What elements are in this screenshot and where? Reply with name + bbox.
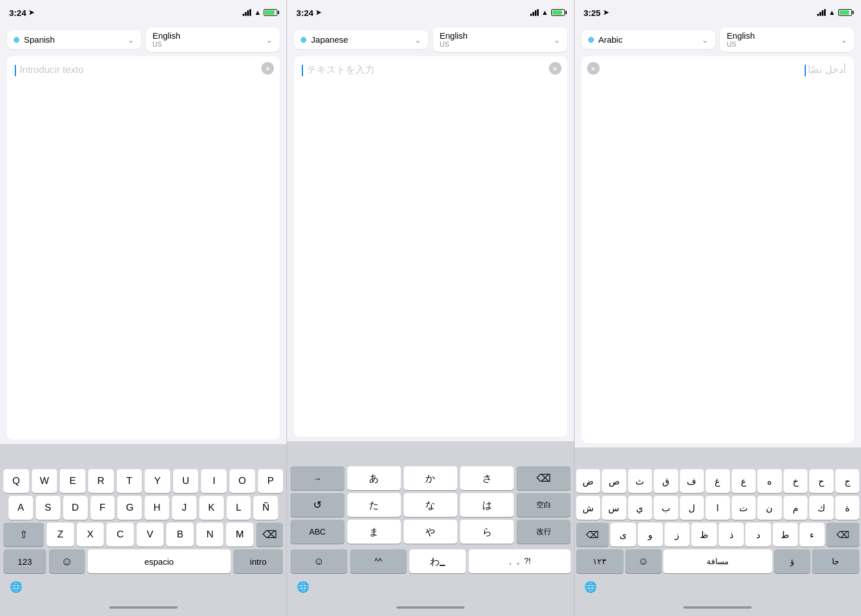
ar-key-return[interactable]: جا (812, 549, 859, 573)
key-w[interactable]: W (32, 469, 58, 493)
key-d[interactable]: D (63, 496, 88, 520)
ar-key-dhal[interactable]: ذ (719, 523, 744, 547)
jp-key-sa[interactable]: さ (460, 466, 514, 490)
target-lang-selector-2[interactable]: English US ⌄ (433, 27, 567, 52)
key-v[interactable]: V (137, 523, 164, 547)
ar-key-space[interactable]: مسافة (663, 549, 773, 573)
ar-key-tha[interactable]: ث (628, 469, 652, 493)
target-lang-selector-3[interactable]: English US ⌄ (720, 27, 854, 52)
ar-key-shin[interactable]: ش (576, 496, 600, 520)
ar-key-hamza[interactable]: ء (800, 523, 825, 547)
key-u[interactable]: U (173, 469, 199, 493)
key-m[interactable]: M (226, 523, 253, 547)
key-r[interactable]: R (88, 469, 114, 493)
key-i[interactable]: I (201, 469, 227, 493)
key-a[interactable]: A (9, 496, 33, 520)
key-g[interactable]: G (117, 496, 142, 520)
clear-button-3[interactable]: × (587, 62, 600, 75)
ar-key-numbers[interactable]: ١٢٣ (576, 549, 624, 573)
ar-key-ba[interactable]: ب (654, 496, 678, 520)
ar-key-meem[interactable]: م (784, 496, 807, 520)
jp-key-arrow[interactable]: → (290, 466, 344, 490)
key-b[interactable]: B (166, 523, 194, 547)
key-shift-1[interactable]: ⇧ (3, 523, 44, 547)
ar-key-ha[interactable]: ه (757, 469, 781, 493)
ar-key-nun[interactable]: ن (757, 496, 781, 520)
ar-key-dha[interactable]: ظ (691, 523, 716, 547)
jp-key-ta[interactable]: た (347, 493, 401, 517)
ar-key-kaf[interactable]: ك (809, 496, 833, 520)
ar-key-ha2[interactable]: ح (809, 469, 833, 493)
ar-key-ya2[interactable]: ى (610, 523, 636, 547)
ar-key-emoji[interactable]: ☺ (625, 549, 662, 573)
key-return-1[interactable]: intro (233, 549, 284, 573)
key-e[interactable]: E (60, 469, 85, 493)
ar-key-ayn[interactable]: ع (732, 469, 756, 493)
ar-key-kha[interactable]: خ (784, 469, 807, 493)
source-lang-selector-3[interactable]: Arabic ⌄ (581, 30, 716, 49)
jp-key-ha[interactable]: は (460, 493, 514, 517)
target-lang-selector-1[interactable]: English US ⌄ (146, 27, 280, 52)
text-input-area-3[interactable]: × أدخل نصًا (581, 56, 854, 443)
key-o[interactable]: O (229, 469, 255, 493)
ar-key-delete2[interactable]: ⌫ (826, 523, 859, 547)
key-numbers-1[interactable]: 123 (3, 549, 46, 573)
key-z[interactable]: Z (47, 523, 74, 547)
key-j[interactable]: J (172, 496, 196, 520)
key-p[interactable]: P (258, 469, 284, 493)
jp-key-emoji[interactable]: ☺ (290, 549, 347, 573)
ar-key-waw[interactable]: و (638, 523, 663, 547)
keyboard-2[interactable]: → あ か さ ⌫ ↺ た な は 空白 ABC ま や ら 改行 ☺ ^^ わ… (287, 441, 573, 599)
key-n-tilde[interactable]: Ñ (253, 496, 278, 520)
key-h[interactable]: H (145, 496, 169, 520)
key-q[interactable]: Q (3, 469, 29, 493)
ar-key-jeem[interactable]: ج (835, 469, 859, 493)
ar-key-lam[interactable]: ل (680, 496, 704, 520)
ar-key-ya[interactable]: ي (628, 496, 652, 520)
key-t[interactable]: T (117, 469, 142, 493)
keyboard-3[interactable]: ض ص ث ق ف غ ع ه خ ح ج ش س ي ب ل ا ت ن م … (575, 447, 861, 599)
ar-key-ta3[interactable]: ط (773, 523, 798, 547)
clear-button-1[interactable]: × (261, 62, 274, 75)
globe-icon-3[interactable]: 🌐 (580, 577, 601, 597)
ar-key-fa[interactable]: ف (680, 469, 704, 493)
ar-key-sin[interactable]: س (602, 496, 626, 520)
jp-key-ma[interactable]: ま (347, 520, 401, 544)
jp-key-ra[interactable]: ら (460, 520, 514, 544)
globe-icon-2[interactable]: 🌐 (292, 577, 314, 597)
ar-key-delete[interactable]: ⌫ (576, 523, 609, 547)
source-lang-selector-1[interactable]: Spanish ⌄ (7, 30, 141, 49)
key-l[interactable]: L (227, 496, 251, 520)
jp-key-delete[interactable]: ⌫ (516, 466, 570, 490)
ar-key-dad[interactable]: ض (576, 469, 600, 493)
ar-key-dal[interactable]: د (745, 523, 770, 547)
jp-key-kuhaku[interactable]: 空白 (516, 493, 570, 517)
ar-key-ta[interactable]: ت (732, 496, 756, 520)
key-f[interactable]: F (91, 496, 115, 520)
ar-key-qaf[interactable]: ق (654, 469, 678, 493)
text-input-area-1[interactable]: × Introducir texto (7, 56, 280, 440)
source-lang-selector-2[interactable]: Japanese ⌄ (294, 30, 428, 49)
key-s[interactable]: S (36, 496, 60, 520)
jp-key-punct[interactable]: 、。?! (469, 549, 571, 573)
ar-key-alef[interactable]: ا (706, 496, 729, 520)
jp-key-ya[interactable]: や (404, 520, 457, 544)
jp-key-a[interactable]: あ (347, 466, 401, 490)
key-k[interactable]: K (199, 496, 224, 520)
text-input-area-2[interactable]: × テキストを入力 (294, 56, 567, 437)
key-space-1[interactable]: espacio (88, 549, 231, 573)
ar-key-zay[interactable]: ز (665, 523, 690, 547)
ar-key-ta2[interactable]: ة (835, 496, 859, 520)
jp-key-undo[interactable]: ↺ (290, 493, 344, 517)
jp-key-return[interactable]: 改行 (516, 520, 570, 544)
key-delete-1[interactable]: ⌫ (256, 523, 284, 547)
globe-icon-1[interactable]: 🌐 (5, 577, 27, 597)
ar-key-ghayn[interactable]: غ (706, 469, 729, 493)
jp-key-wa[interactable]: わ_ (409, 549, 466, 573)
key-n[interactable]: N (196, 523, 224, 547)
jp-key-hat[interactable]: ^^ (350, 549, 407, 573)
ar-key-hamza-above[interactable]: ؤ (774, 549, 810, 573)
jp-key-abc[interactable]: ABC (290, 520, 344, 544)
jp-key-na[interactable]: な (404, 493, 457, 517)
key-c[interactable]: C (106, 523, 134, 547)
